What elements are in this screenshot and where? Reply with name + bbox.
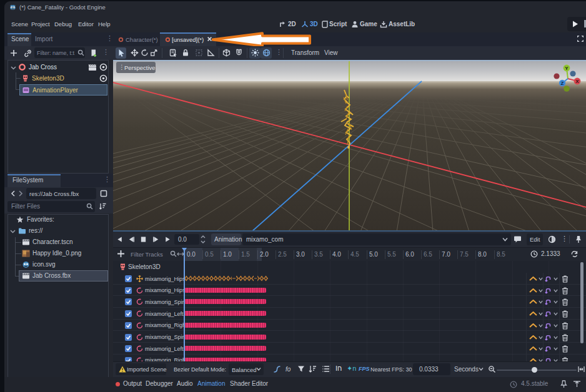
svg-text:Y: Y: [565, 66, 569, 71]
svg-text:Z: Z: [561, 81, 564, 86]
svg-text:X: X: [575, 79, 579, 84]
